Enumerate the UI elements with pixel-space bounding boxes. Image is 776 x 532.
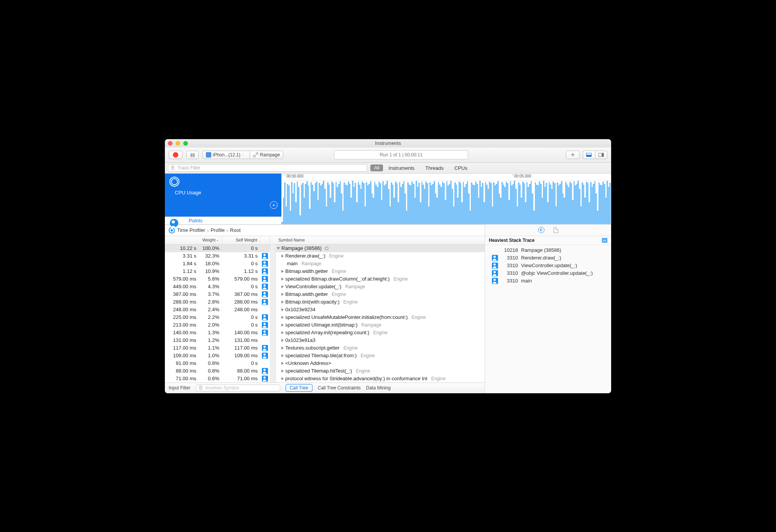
disclosure-icon[interactable] bbox=[281, 308, 284, 311]
table-row[interactable]: 117.00 ms1.1%117.00 msTextures.subscript… bbox=[165, 344, 485, 352]
column-icon[interactable] bbox=[260, 236, 270, 244]
disclosure-icon[interactable] bbox=[277, 247, 280, 250]
list-item[interactable]: 3310@objc ViewController.update(_:) bbox=[485, 269, 611, 277]
app-icon bbox=[253, 152, 258, 158]
table-row[interactable]: 3.31 s32.3%3.31 sRenderer.draw(_:)Engine bbox=[165, 252, 485, 260]
disclosure-icon[interactable] bbox=[281, 277, 284, 281]
chevron-right-icon: › bbox=[207, 227, 209, 234]
disclosure-icon[interactable] bbox=[281, 300, 284, 304]
column-symbol[interactable]: Symbol Name bbox=[276, 236, 485, 244]
disclosure-icon[interactable] bbox=[281, 346, 284, 350]
disclosure-icon[interactable] bbox=[281, 339, 284, 342]
list-item[interactable]: 3310ViewController.update(_:) bbox=[485, 262, 611, 269]
time-tick: 00:00.000 bbox=[284, 174, 304, 176]
right-panel-button[interactable] bbox=[595, 151, 607, 159]
tab-threads[interactable]: Threads bbox=[420, 164, 449, 172]
bottom-panel-icon bbox=[586, 153, 592, 157]
person-icon bbox=[262, 253, 268, 259]
module-name: Engine bbox=[332, 292, 346, 297]
disclosure-icon[interactable] bbox=[281, 362, 284, 365]
table-row[interactable]: 387.00 ms3.7%387.00 msBitmap.width.gette… bbox=[165, 291, 485, 298]
disclosure-icon[interactable] bbox=[281, 270, 284, 273]
track-label: CPU Usage bbox=[169, 190, 277, 195]
time-ruler[interactable]: 00:00.000 00:05.000 bbox=[281, 174, 611, 181]
target-icon bbox=[169, 177, 179, 187]
disclosure-icon[interactable] bbox=[281, 285, 284, 288]
disclosure-icon[interactable] bbox=[281, 354, 284, 357]
device-selector[interactable]: iPhon...(12.1) 〉 bbox=[202, 151, 250, 159]
table-row[interactable]: 288.00 ms2.8%288.00 msBitmap.tint(with:o… bbox=[165, 298, 485, 306]
tab-all[interactable]: All bbox=[370, 164, 383, 171]
column-weight[interactable]: Weight⌄ bbox=[165, 236, 222, 244]
breadcrumb-item[interactable]: Profile bbox=[210, 227, 225, 233]
list-item[interactable]: 10218Rampage (38586) bbox=[485, 246, 611, 254]
disclosure-icon[interactable] bbox=[281, 331, 284, 334]
module-name: Engine bbox=[360, 353, 375, 358]
timeline-graph[interactable]: 00:00.000 00:05.000 bbox=[281, 174, 611, 224]
run-status[interactable]: Run 1 of 1 | 00:00:11 bbox=[334, 150, 468, 159]
bottom-panel-button[interactable] bbox=[583, 151, 595, 159]
module-name: Rampage bbox=[345, 284, 365, 289]
filter-icon: ☰ bbox=[199, 385, 203, 391]
disclosure-icon[interactable] bbox=[281, 369, 284, 373]
symbol-name: specialized UIImage.init(bitmap:) bbox=[285, 322, 358, 328]
breadcrumb-item[interactable]: Root bbox=[230, 227, 240, 233]
record-button[interactable] bbox=[169, 151, 182, 159]
call-tree-body[interactable]: 10.22 s100.0%0 sRampage (38586)3.31 s32.… bbox=[165, 245, 485, 383]
add-track-button[interactable]: + bbox=[270, 201, 278, 209]
chevron-right-icon: › bbox=[226, 227, 229, 234]
table-row[interactable]: 140.00 ms1.3%140.00 msspecialized Array.… bbox=[165, 329, 485, 337]
close-icon[interactable] bbox=[168, 141, 173, 146]
table-row[interactable]: 449.00 ms4.3%0 sViewController.update(_:… bbox=[165, 283, 485, 291]
table-row[interactable]: 109.00 ms1.0%109.00 msspecialized Tilema… bbox=[165, 352, 485, 360]
disclosure-icon[interactable] bbox=[281, 255, 284, 258]
pause-button[interactable]: ▮▮ bbox=[186, 151, 199, 159]
tab-cpus[interactable]: CPUs bbox=[449, 164, 473, 172]
person-icon bbox=[170, 219, 178, 227]
call-tree-constraints-menu[interactable]: Call Tree Constraints bbox=[318, 385, 361, 391]
table-row[interactable]: 10.22 s100.0%0 sRampage (38586) bbox=[165, 245, 485, 252]
data-mining-menu[interactable]: Data Mining bbox=[366, 385, 391, 391]
titlebar[interactable]: Instruments bbox=[165, 139, 611, 148]
symbol-name: specialized Bitmap.drawColumn(_:of:at:he… bbox=[285, 276, 390, 282]
disclosure-icon[interactable] bbox=[281, 377, 284, 380]
table-row[interactable]: 1.84 s18.0%0 smainRampage bbox=[165, 260, 485, 268]
maximize-icon[interactable] bbox=[183, 141, 188, 146]
cpu-usage-track[interactable]: CPU Usage + bbox=[165, 174, 281, 217]
involves-symbol-input[interactable]: ☰ Involves Symbol bbox=[196, 384, 280, 391]
disclosure-icon[interactable] bbox=[281, 316, 284, 319]
minimize-icon[interactable] bbox=[176, 141, 180, 146]
list-item[interactable]: 3310main bbox=[485, 277, 611, 285]
call-tree-menu[interactable]: Call Tree bbox=[286, 384, 312, 392]
process-selector[interactable]: Rampage bbox=[250, 151, 283, 159]
device-label: iPhon...(12.1) bbox=[213, 152, 240, 158]
extended-detail-icon[interactable]: E bbox=[538, 227, 544, 233]
table-row[interactable]: 1.12 s10.9%1.12 sBitmap.width.getterEngi… bbox=[165, 268, 485, 275]
gear-icon[interactable] bbox=[325, 246, 329, 250]
disclosure-icon[interactable] bbox=[281, 323, 284, 327]
heaviest-stack-trace-list[interactable]: 10218Rampage (38586)3310Renderer.draw(_:… bbox=[485, 245, 611, 286]
list-item[interactable]: 3310Renderer.draw(_:) bbox=[485, 254, 611, 262]
table-row[interactable]: 91.00 ms0.8%0 s<Unknown Address> bbox=[165, 360, 485, 367]
disclosure-icon[interactable] bbox=[281, 293, 284, 296]
table-row[interactable]: 579.00 ms5.6%579.00 msspecialized Bitmap… bbox=[165, 275, 485, 283]
points-subtrack[interactable]: Points bbox=[165, 217, 281, 224]
table-row[interactable]: 71.00 ms0.6%71.00 msprotocol witness for… bbox=[165, 375, 485, 383]
table-row[interactable]: 248.00 ms2.4%248.00 ms0x1023e9234 bbox=[165, 306, 485, 314]
table-row[interactable]: 213.00 ms2.0%0 sspecialized UIImage.init… bbox=[165, 321, 485, 329]
target-icon bbox=[169, 227, 175, 233]
table-row[interactable]: 88.00 ms0.8%88.00 msspecialized Tilemap.… bbox=[165, 367, 485, 375]
collapse-icon[interactable] bbox=[602, 238, 607, 243]
table-row[interactable]: 225.00 ms2.2%0 sspecialized UnsafeMutabl… bbox=[165, 314, 485, 321]
call-tree-header: Weight⌄ Self Weight Symbol Name bbox=[165, 236, 485, 245]
person-icon bbox=[262, 299, 268, 305]
add-instrument-button[interactable]: + bbox=[566, 151, 580, 159]
track-filter-input[interactable]: ☰ Track Filter bbox=[168, 164, 367, 172]
module-name: Rampage bbox=[301, 261, 321, 266]
column-self-weight[interactable]: Self Weight bbox=[222, 236, 260, 244]
module-name: Engine bbox=[373, 330, 387, 335]
tab-instruments[interactable]: Instruments bbox=[383, 164, 420, 172]
document-icon[interactable] bbox=[554, 227, 558, 233]
breadcrumb-item[interactable]: Time Profiler bbox=[177, 227, 205, 233]
table-row[interactable]: 131.00 ms1.2%131.00 ms0x1023e91a3 bbox=[165, 337, 485, 344]
